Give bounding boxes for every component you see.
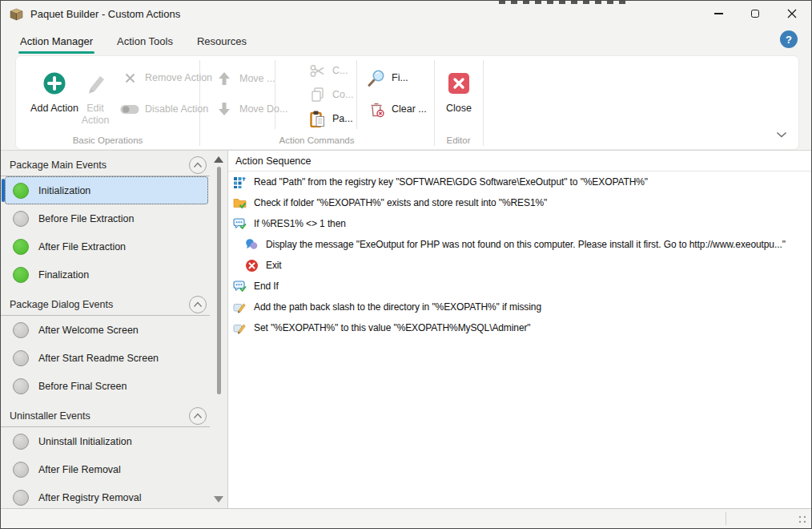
collapse-section-icon[interactable]	[189, 296, 207, 313]
sidebar-item-uninstall-initialization[interactable]: Uninstall Initialization	[5, 427, 208, 455]
action-sequence-panel: Action Sequence Read "Path" from the reg…	[228, 151, 811, 508]
maximize-icon	[751, 10, 760, 18]
edit-action-label: Edit Action	[75, 103, 115, 127]
resize-grip[interactable]	[798, 515, 807, 524]
action-row-end-if[interactable]: End If	[228, 276, 811, 297]
section-header-package-dialog-events[interactable]: Package Dialog Events	[1, 294, 210, 316]
sidebar-item-initialization[interactable]: Initialization	[5, 176, 208, 204]
action-row-display-message[interactable]: Display the message "ExeOutput for PHP w…	[228, 234, 811, 255]
sidebar-item-after-registry-removal[interactable]: After Registry Removal	[5, 483, 208, 508]
help-icon: ?	[786, 34, 792, 46]
tab-action-manager[interactable]: Action Manager	[18, 28, 94, 55]
group-divider	[483, 60, 484, 146]
action-row-check-folder[interactable]: Check if folder "%EXOPATH%" exists and s…	[228, 192, 811, 213]
sidebar-item-label: After Welcome Screen	[38, 325, 139, 336]
window-title: Paquet Builder - Custom Actions	[30, 8, 180, 20]
minimize-button[interactable]	[700, 1, 737, 26]
scroll-up-arrow[interactable]	[214, 156, 223, 163]
add-icon	[42, 71, 66, 95]
copy-button[interactable]: Co...	[308, 85, 353, 104]
close-editor-button[interactable]: Close	[436, 63, 482, 136]
events-list: Package Main Events Initialization Befor…	[1, 151, 210, 508]
disable-action-button[interactable]: Disable Action	[120, 99, 208, 119]
sidebar-item-finalization[interactable]: Finalization	[5, 260, 208, 289]
sidebar-item-label: Finalization	[38, 269, 89, 281]
scissors-icon	[308, 64, 327, 78]
action-text: End If	[254, 281, 279, 292]
scroll-down-arrow[interactable]	[214, 496, 223, 503]
status-dot-grey	[13, 490, 29, 506]
scrollbar-thumb[interactable]	[217, 167, 221, 394]
sidebar-item-after-file-removal[interactable]: After File Removal	[5, 455, 208, 483]
status-dot-green	[13, 267, 29, 283]
action-row-exit[interactable]: Exit	[228, 255, 811, 276]
status-dot-green	[13, 183, 29, 199]
help-button[interactable]: ?	[780, 30, 798, 48]
copy-pages-icon	[308, 87, 327, 103]
toggle-icon	[120, 104, 139, 115]
cut-label: C...	[332, 65, 348, 76]
paste-button[interactable]: Pa...	[308, 109, 353, 128]
action-row-read-registry[interactable]: Read "Path" from the registry key "SOFTW…	[228, 172, 811, 192]
move-down-label: Move Do...	[239, 103, 287, 115]
close-window-icon	[787, 9, 797, 18]
collapse-section-icon[interactable]	[189, 407, 207, 425]
sidebar-item-before-final-screen[interactable]: Before Final Screen	[5, 372, 208, 400]
move-up-button[interactable]: Move ...	[215, 69, 275, 88]
package-app-icon	[9, 6, 24, 22]
folder-check-icon	[233, 196, 247, 210]
remove-action-button[interactable]: Remove Action	[120, 68, 212, 87]
remove-x-icon	[120, 72, 139, 84]
sidebar-item-after-welcome-screen[interactable]: After Welcome Screen	[5, 316, 208, 344]
action-sequence-header: Action Sequence	[228, 151, 811, 172]
maximize-button[interactable]	[737, 1, 774, 26]
set-value-icon	[233, 301, 247, 314]
sidebar-item-after-file-extraction[interactable]: After File Extraction	[5, 232, 208, 260]
copy-label: Co...	[332, 89, 353, 100]
section-header-package-main-events[interactable]: Package Main Events	[1, 155, 210, 176]
close-window-button[interactable]	[774, 1, 810, 26]
collapse-ribbon-button[interactable]	[776, 127, 787, 141]
action-text: Display the message "ExeOutput for PHP w…	[266, 239, 786, 250]
status-dot-grey	[13, 350, 29, 366]
find-label: Fi...	[392, 72, 408, 83]
chevron-down-icon	[776, 131, 787, 138]
sidebar-item-after-start-readme-screen[interactable]: After Start Readme Screen	[5, 344, 208, 372]
action-text: Check if folder "%EXOPATH%" exists and s…	[254, 197, 547, 208]
set-value-icon	[233, 321, 247, 335]
clear-button[interactable]: Clear ...	[367, 99, 427, 119]
clear-label: Clear ...	[392, 103, 427, 115]
tab-action-tools[interactable]: Action Tools	[115, 28, 175, 55]
find-button[interactable]: Fi...	[367, 68, 408, 87]
add-action-label: Add Action	[30, 103, 78, 115]
condition-icon	[233, 217, 247, 231]
ribbon-tab-bar: Action Manager Action Tools Resources	[1, 26, 811, 55]
tab-resources[interactable]: Resources	[195, 28, 248, 55]
status-dot-grey	[13, 378, 29, 394]
action-text: Read "Path" from the registry key "SOFTW…	[254, 176, 648, 188]
arrow-down-icon	[215, 102, 234, 116]
sidebar-scrollbar[interactable]	[210, 151, 227, 508]
section-label: Uninstaller Events	[10, 410, 90, 422]
sidebar-item-label: Uninstall Initialization	[38, 436, 132, 447]
action-text: Add the path back slash to the directory…	[254, 301, 541, 313]
sidebar-item-label: Before Final Screen	[38, 381, 127, 392]
action-row-add-backslash[interactable]: Add the path back slash to the directory…	[228, 297, 811, 317]
edit-action-button[interactable]: Edit Action	[75, 63, 115, 136]
magnifier-icon	[367, 70, 386, 87]
minimize-icon	[714, 13, 723, 14]
action-row-set-exopath[interactable]: Set "%EXOPATH%" to this value "%EXOPATH%…	[228, 317, 811, 338]
section-header-uninstaller-events[interactable]: Uninstaller Events	[1, 406, 210, 427]
condition-icon	[233, 280, 247, 293]
sidebar-item-label: After Registry Removal	[38, 492, 142, 503]
events-sidebar: Package Main Events Initialization Befor…	[1, 151, 228, 508]
add-action-button[interactable]: Add Action	[30, 63, 78, 136]
move-down-button[interactable]: Move Do...	[215, 99, 287, 119]
collapse-section-icon[interactable]	[189, 156, 207, 174]
message-bubbles-icon	[245, 238, 259, 252]
sidebar-item-label: After File Extraction	[38, 241, 126, 252]
cut-button[interactable]: C...	[308, 61, 348, 80]
action-row-if[interactable]: If %RES1% <> 1 then	[228, 213, 811, 234]
sidebar-item-before-file-extraction[interactable]: Before File Extraction	[5, 204, 208, 232]
clipped-screen-artifact	[499, 1, 625, 4]
